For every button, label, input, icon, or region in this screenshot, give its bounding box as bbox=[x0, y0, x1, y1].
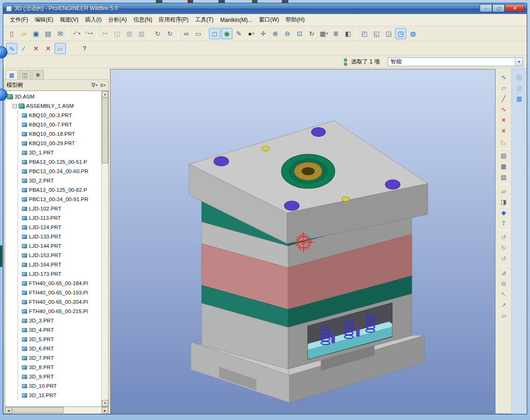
filter-combobox[interactable]: 智能 bbox=[388, 57, 523, 66]
tree-item[interactable]: LJD-133.PRT bbox=[18, 232, 101, 241]
tree-item[interactable]: LJD-153.PRT bbox=[18, 251, 101, 260]
measure-tool-button[interactable]: ⊙ bbox=[498, 278, 509, 289]
window-default-button[interactable]: ◲ bbox=[383, 28, 394, 39]
tree-item[interactable]: KBQ10_00-3.PRT bbox=[18, 111, 101, 120]
print-button[interactable]: ▤ bbox=[42, 28, 54, 39]
tree-item[interactable]: FTH40_00-65_00-184.Pl bbox=[18, 279, 101, 288]
palette-copy-button[interactable]: ▧ bbox=[498, 172, 509, 182]
menu-item-4[interactable]: 分析(A) bbox=[105, 14, 130, 25]
spline-tool-button[interactable]: ∿ bbox=[498, 104, 509, 115]
new-file-button[interactable]: ▯ bbox=[6, 28, 17, 39]
tree-item[interactable]: 3D_1.PRT bbox=[18, 148, 101, 157]
minimize-button[interactable]: – bbox=[480, 4, 492, 12]
tree-item[interactable]: 3D_10.PRT bbox=[18, 381, 101, 391]
datum-plane-button[interactable]: ▱ bbox=[55, 43, 66, 54]
maximize-button[interactable]: ▢ bbox=[492, 4, 505, 12]
zoom-out-button[interactable]: ⊖ bbox=[282, 28, 293, 39]
menu-item-8[interactable]: Manikin(M)... bbox=[217, 15, 255, 25]
tree-item[interactable]: 3D_8.PRT bbox=[18, 363, 101, 372]
tree-item[interactable]: KBQ10_00-29.PRT bbox=[18, 139, 101, 148]
tree-item-assembly[interactable]: −ASSEMBLY_1.ASM bbox=[5, 101, 101, 111]
layers-button[interactable]: ≣ bbox=[330, 28, 342, 39]
vertical-scrollbar[interactable] bbox=[101, 91, 108, 406]
reorient-button[interactable]: ↻ bbox=[306, 28, 317, 39]
palette-button[interactable]: ▦ bbox=[498, 161, 509, 172]
shade-mode-button[interactable]: ●▾ bbox=[245, 28, 257, 39]
sketch-tool-button[interactable]: ∿ bbox=[6, 43, 17, 54]
tree-item[interactable]: FTH40_00-65_00-204.Pl bbox=[18, 297, 101, 307]
spin-center-button[interactable]: ✛ bbox=[258, 28, 269, 39]
tree-item[interactable]: 3D_3.PRT bbox=[18, 316, 101, 325]
feature-tool-2-button[interactable]: ↻ bbox=[498, 243, 509, 253]
folder-browser-tab[interactable]: ◫ bbox=[19, 70, 31, 79]
return-pin[interactable] bbox=[356, 328, 360, 336]
scroll-down-icon[interactable] bbox=[102, 400, 108, 406]
dropdown-arrow-icon[interactable]: ▾ bbox=[326, 32, 328, 35]
window-active-button[interactable]: ◳ bbox=[395, 28, 406, 39]
menu-item-0[interactable]: 文件(F) bbox=[7, 14, 31, 25]
tree-item[interactable]: 3D_5.PRT bbox=[18, 335, 101, 344]
text-tool-button[interactable]: T bbox=[498, 218, 509, 229]
favorites-tab[interactable]: ✱ bbox=[32, 70, 44, 79]
scrollbar-thumb[interactable] bbox=[102, 98, 108, 163]
tree-item[interactable]: 3D_4.PRT bbox=[18, 325, 101, 335]
smart-select-button[interactable]: ◉ bbox=[221, 28, 232, 39]
select-rect-button[interactable]: ▭ bbox=[193, 28, 204, 39]
tree-item-root[interactable]: 3D.ASM bbox=[5, 92, 101, 101]
rectangle-tool-button[interactable]: ▱ bbox=[498, 83, 509, 93]
tree-item[interactable]: PBA13_00-125_00-51.P bbox=[18, 157, 101, 167]
find-button[interactable]: ∞ bbox=[181, 28, 192, 39]
tree-item[interactable]: 3D_7.PRT bbox=[18, 353, 101, 363]
scroll-up-icon[interactable] bbox=[102, 91, 108, 98]
grid-snap-button[interactable]: ▦ bbox=[514, 93, 525, 104]
tree-item[interactable]: FTH40_00-65_00-215.Pl bbox=[18, 307, 101, 316]
tree-item[interactable]: LJD-144.PRT bbox=[18, 241, 101, 251]
combo-dropdown-icon[interactable] bbox=[515, 58, 523, 66]
window-tile-button[interactable]: ◰ bbox=[359, 28, 370, 39]
select-arrow-2-button[interactable]: ↗ bbox=[498, 300, 509, 310]
context-help-button[interactable]: ? bbox=[79, 43, 90, 54]
scroll-right-icon[interactable] bbox=[102, 407, 108, 413]
menu-item-9[interactable]: 窗口(W) bbox=[256, 14, 282, 25]
tree-item[interactable]: 3D_11.PRT bbox=[18, 391, 101, 400]
tree-item[interactable]: LJD-102.PRT bbox=[18, 204, 101, 213]
menu-item-2[interactable]: 视图(V) bbox=[57, 14, 81, 25]
menu-item-3[interactable]: 插入(I) bbox=[82, 14, 104, 25]
3d-viewport[interactable] bbox=[110, 69, 495, 413]
line-tool-button[interactable]: ╱ bbox=[498, 93, 509, 104]
dropdown-arrow-icon[interactable]: ▾ bbox=[91, 32, 93, 35]
scrollbar-thumb[interactable] bbox=[12, 407, 63, 413]
saved-views-button[interactable]: ▦▾ bbox=[318, 28, 329, 39]
select-arrow-button[interactable]: ↖ bbox=[498, 289, 509, 300]
regenerate-manager-button[interactable]: ↻ bbox=[164, 28, 175, 39]
sketch-view-button[interactable]: ◨ bbox=[498, 196, 509, 207]
tree-item[interactable]: LJD-124.PRT bbox=[18, 223, 101, 232]
model-player-button[interactable]: ▤ bbox=[514, 72, 525, 83]
refit-button[interactable]: ⊡ bbox=[294, 28, 305, 39]
window-cascade-button[interactable]: ◱ bbox=[371, 28, 382, 39]
view-manager-button[interactable]: ◧ bbox=[342, 28, 354, 39]
save-button[interactable]: ▣ bbox=[30, 28, 42, 39]
select-inside-button[interactable]: ◻ bbox=[209, 28, 220, 39]
mold-assembly-model[interactable] bbox=[189, 120, 428, 402]
tree-item[interactable]: 3D_9.PRT bbox=[18, 372, 101, 381]
menu-item-10[interactable]: 帮助(H) bbox=[283, 14, 307, 25]
return-pin[interactable] bbox=[332, 335, 335, 343]
feature-tool-3-button[interactable]: ↺ bbox=[498, 253, 509, 264]
tree-item[interactable]: PBC13_00-24_00-91.PR bbox=[18, 195, 101, 204]
dropdown-arrow-icon[interactable]: ▾ bbox=[252, 32, 254, 35]
feature-tool-1-button[interactable]: ↺ bbox=[498, 232, 509, 243]
shade-loops-button[interactable]: ◆ bbox=[498, 207, 509, 218]
menu-item-1[interactable]: 编辑(E) bbox=[32, 14, 56, 25]
menu-item-5[interactable]: 信息(N) bbox=[131, 14, 155, 25]
title-bar[interactable]: 3D (活动的) - Pro/ENGINEER Wildfire 5.0 – ▢… bbox=[3, 3, 527, 14]
menu-item-6[interactable]: 应用程序(P) bbox=[156, 14, 191, 25]
tree-item[interactable]: 3D_2.PRT bbox=[18, 176, 101, 185]
sketch-setup-button[interactable]: ▤ bbox=[498, 150, 509, 161]
analysis-tool-button[interactable]: ⊿ bbox=[498, 267, 509, 278]
dropdown-arrow-icon[interactable]: ▾ bbox=[79, 32, 81, 35]
open-folder-button[interactable]: ▱ bbox=[18, 28, 29, 39]
regenerate-button[interactable]: ↻ bbox=[152, 28, 163, 39]
datum-points-button[interactable]: ✕ bbox=[42, 43, 54, 54]
datum-axis-button[interactable]: ∕ bbox=[18, 43, 29, 54]
